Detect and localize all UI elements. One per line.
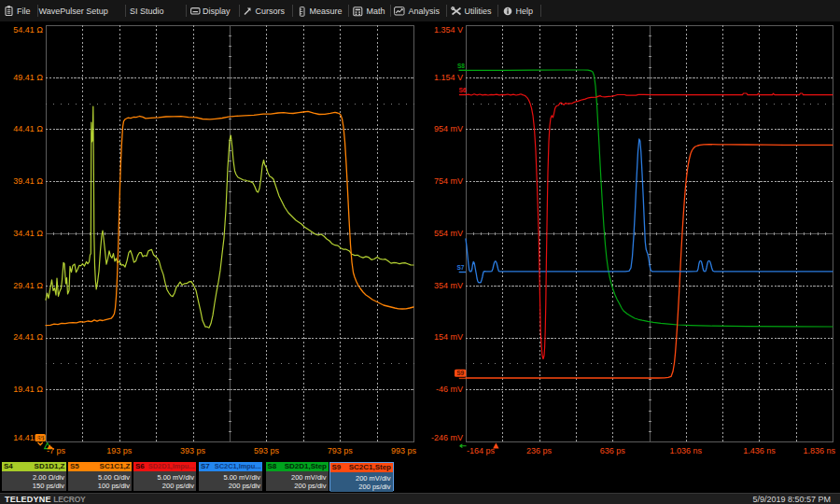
svg-text:S9: S9 [456, 370, 464, 376]
svg-text:19.41 Ω: 19.41 Ω [13, 385, 43, 394]
svg-text:236 ps: 236 ps [526, 446, 553, 455]
svg-text:39.41 Ω: 39.41 Ω [13, 176, 43, 186]
svg-text:S7: S7 [457, 264, 465, 271]
svg-text:154 mV: 154 mV [434, 332, 463, 342]
svg-text:1.154 V: 1.154 V [434, 73, 463, 82]
svg-text:-46 mV: -46 mV [436, 385, 463, 394]
svg-text:-164 ps: -164 ps [467, 446, 496, 455]
svg-text:54.41 Ω: 54.41 Ω [13, 25, 43, 35]
svg-text:393 ps: 393 ps [180, 446, 206, 455]
svg-text:993 ps: 993 ps [391, 446, 417, 455]
svg-text:554 mV: 554 mV [434, 229, 463, 238]
svg-text:49.41 Ω: 49.41 Ω [13, 73, 43, 82]
svg-text:S8: S8 [457, 63, 465, 69]
svg-text:1.436 ns: 1.436 ns [743, 446, 776, 455]
svg-text:S6: S6 [459, 87, 467, 93]
svg-text:954 mV: 954 mV [434, 124, 463, 133]
svg-text:14.41 Ω: 14.41 Ω [13, 433, 43, 442]
svg-text:1.836 ns: 1.836 ns [803, 446, 835, 455]
svg-text:593 ps: 593 ps [254, 446, 280, 455]
svg-text:754 mV: 754 mV [434, 176, 463, 186]
svg-text:29.41 Ω: 29.41 Ω [13, 281, 43, 290]
svg-text:34.41 Ω: 34.41 Ω [13, 229, 43, 238]
svg-text:-246 mV: -246 mV [431, 433, 463, 442]
svg-text:1.036 ns: 1.036 ns [670, 446, 703, 455]
svg-text:-7 ps: -7 ps [47, 446, 66, 455]
svg-text:354 mV: 354 mV [434, 281, 463, 290]
svg-text:793 ps: 793 ps [328, 446, 354, 455]
svg-text:193 ps: 193 ps [106, 446, 133, 455]
svg-text:44.41 Ω: 44.41 Ω [13, 124, 43, 133]
svg-text:636 ps: 636 ps [600, 446, 626, 455]
svg-text:1.354 V: 1.354 V [434, 25, 463, 35]
svg-text:24.41 Ω: 24.41 Ω [13, 332, 43, 342]
